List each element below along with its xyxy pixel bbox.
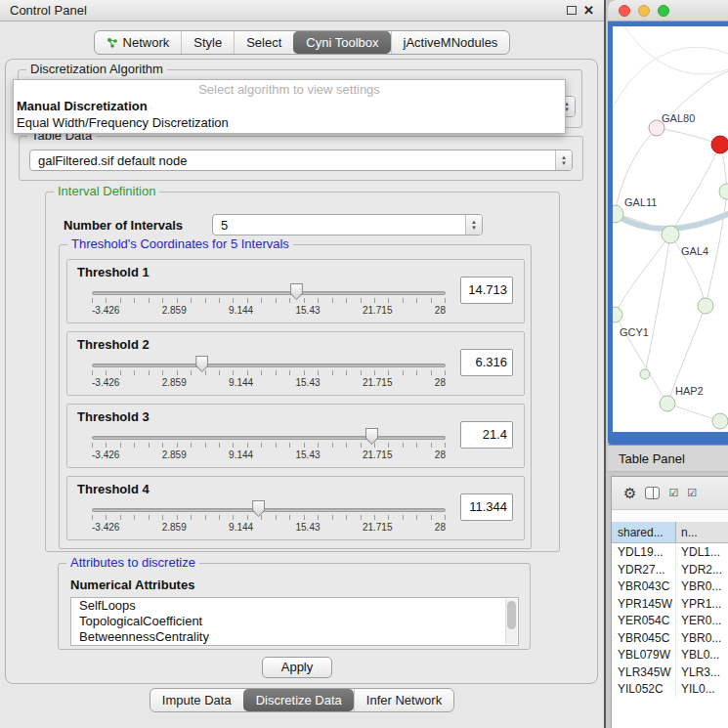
table-row[interactable]: YBR043CYBR0... <box>612 578 728 595</box>
threshold-4-slider[interactable] <box>92 500 446 519</box>
network-nodes: GAL80GAL11GAL4GCY1HAP2 <box>613 112 728 429</box>
checkbox-icon-2[interactable]: ☑ <box>687 487 697 499</box>
table-row[interactable]: YPR145WYPR1... <box>612 595 728 613</box>
table-row[interactable]: YBR045CYBR0... <box>612 629 728 647</box>
tab-label: Impute Data <box>162 693 232 707</box>
node-table-window: ⚙ ☑ ☑ shared... n... YDL19...YDL1...YDR2… <box>611 476 728 728</box>
scrollbar-thumb[interactable] <box>507 601 516 629</box>
slider-ticks <box>92 370 446 375</box>
table-data-combobox[interactable]: galFiltered.sif default node ▲▼ <box>29 150 573 171</box>
table-cell: YLR3... <box>676 664 728 681</box>
slider-track <box>92 508 446 512</box>
interval-definition-group: Interval Definition Number of Intervals … <box>45 192 560 552</box>
table-panel-title: Table Panel <box>619 451 685 466</box>
network-node[interactable] <box>662 226 679 243</box>
threshold-3-value-field[interactable]: 21.4 <box>460 421 513 449</box>
network-canvas[interactable]: GAL80GAL11GAL4GCY1HAP2 <box>613 26 728 432</box>
threshold-2-slider[interactable] <box>92 356 446 374</box>
network-node[interactable] <box>660 396 675 411</box>
apply-button[interactable]: Apply <box>262 657 332 678</box>
table-row[interactable]: YLR345WYLR3... <box>612 664 728 681</box>
columns-icon[interactable] <box>645 487 660 499</box>
minimize-traffic-light[interactable] <box>638 5 650 17</box>
network-icon <box>107 37 118 49</box>
combo-value: galFiltered.sif default node <box>38 153 187 168</box>
table-row[interactable]: YBL079WYBL0... <box>612 646 728 664</box>
tab-label: Select <box>246 35 281 50</box>
table-cell: YDL1... <box>676 543 728 561</box>
zoom-traffic-light[interactable] <box>658 5 669 17</box>
list-scrollbar[interactable] <box>505 599 517 644</box>
network-node[interactable] <box>640 369 650 379</box>
attribute-item[interactable]: SelfLoops <box>71 598 518 614</box>
network-edges <box>613 26 728 421</box>
tab-style[interactable]: Style <box>181 31 234 54</box>
slider-scale: -3.4262.8599.14415.4321.71528 <box>92 522 446 533</box>
slider-scale: -3.4262.8599.14415.4321.71528 <box>92 450 446 460</box>
gear-icon[interactable]: ⚙ <box>623 485 636 502</box>
group-title: Threshold's Coordinates for 5 Intervals <box>67 236 293 251</box>
table-row[interactable]: YER054CYER0... <box>612 612 728 629</box>
node-label: GAL4 <box>681 245 708 257</box>
tab-cyni-toolbox[interactable]: Cyni Toolbox <box>293 31 390 54</box>
threshold-label: Threshold 1 <box>77 265 150 279</box>
table-cell: YBR0... <box>676 629 728 647</box>
network-node[interactable] <box>698 298 713 314</box>
column-header-name[interactable]: n... <box>676 522 728 542</box>
tab-select[interactable]: Select <box>234 31 293 54</box>
tab-discretize-data[interactable]: Discretize Data <box>243 689 354 711</box>
table-row[interactable]: YDL19...YDL1... <box>612 543 728 561</box>
threshold-1-slider[interactable] <box>92 283 446 302</box>
threshold-3-panel: Threshold 3 -3.4262.8599.14415.4321.7152… <box>66 404 525 468</box>
slider-scale: -3.4262.8599.14415.4321.71528 <box>92 377 446 388</box>
cyni-toolbox-panel: Discretization Algorithm ▲▼ Select algor… <box>5 59 598 684</box>
attribute-item[interactable]: TopologicalCoefficient <box>71 614 518 629</box>
window-title: Control Panel <box>10 3 87 18</box>
dropdown-item-equal-width-frequency[interactable]: Equal Width/Frequency Discretization <box>14 114 565 131</box>
tab-jactivemodules[interactable]: jActiveMNodules <box>391 31 510 54</box>
table-header-row: shared... n... <box>612 522 728 543</box>
tab-infer-network[interactable]: Infer Network <box>354 689 453 711</box>
tab-network[interactable]: Network <box>95 31 182 54</box>
checkbox-icon-1[interactable]: ☑ <box>668 487 678 499</box>
threshold-2-panel: Threshold 2 -3.4262.8599.14415.4321.7152… <box>66 331 525 396</box>
close-window-button[interactable]: ✕ <box>583 5 594 17</box>
table-row[interactable]: YIL052CYIL0... <box>612 680 728 698</box>
threshold-2-value-field[interactable]: 6.316 <box>460 349 513 376</box>
tab-label: Infer Network <box>366 693 442 707</box>
dropdown-item-manual-discretization[interactable]: Manual Discretization <box>14 98 565 114</box>
table-cell: YBR045C <box>612 629 676 647</box>
numerical-attributes-list[interactable]: SelfLoopsTopologicalCoefficientBetweenne… <box>70 597 519 646</box>
close-traffic-light[interactable] <box>619 5 630 17</box>
table-row[interactable]: YDR27...YDR2... <box>612 561 728 578</box>
table-cell: YER054C <box>612 612 676 629</box>
threshold-4-value-field[interactable]: 11.344 <box>460 493 513 521</box>
table-cell: YIL0... <box>676 680 728 698</box>
node-label: HAP2 <box>675 385 704 397</box>
table-cell: YPR145W <box>612 595 676 613</box>
number-of-intervals-combobox[interactable]: 5 ▲▼ <box>212 214 483 236</box>
stepper-icon: ▲▼ <box>465 215 482 235</box>
group-title: Interval Definition <box>54 184 159 198</box>
network-node[interactable] <box>712 413 728 429</box>
network-node[interactable] <box>719 184 728 199</box>
float-window-button[interactable] <box>567 6 577 15</box>
threshold-3-slider[interactable] <box>92 428 446 447</box>
table-cell: YER0... <box>676 612 728 629</box>
network-node[interactable] <box>711 136 728 153</box>
attribute-item[interactable]: BetweennessCentrality <box>71 629 518 645</box>
tab-label: jActiveMNodules <box>404 35 498 50</box>
threshold-label: Threshold 3 <box>77 409 150 424</box>
tab-label: Discretize Data <box>256 693 342 707</box>
slider-ticks <box>92 298 446 303</box>
threshold-4-panel: Threshold 4 -3.4262.8599.14415.4321.7152… <box>66 476 525 540</box>
threshold-1-value-field[interactable]: 14.713 <box>460 277 513 304</box>
slider-track <box>92 436 446 440</box>
column-header-shared-name[interactable]: shared... <box>612 522 676 542</box>
tab-label: Network <box>123 35 170 50</box>
attributes-group: Attributes to discretize Numerical Attri… <box>58 563 531 650</box>
table-cell: YLR345W <box>612 664 676 681</box>
network-node[interactable] <box>613 307 622 322</box>
slider-ticks <box>92 515 446 520</box>
tab-impute-data[interactable]: Impute Data <box>150 689 243 711</box>
